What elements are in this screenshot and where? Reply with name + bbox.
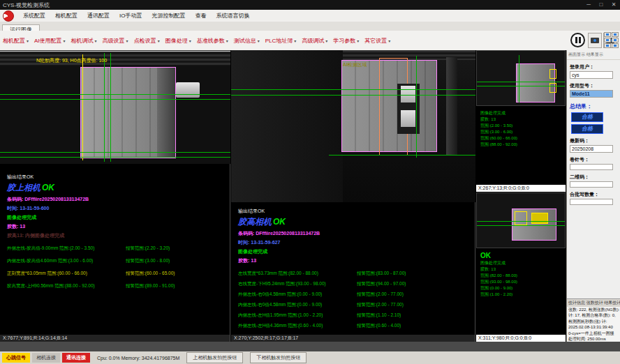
camera-link-status-badge: 相机连接 xyxy=(32,353,60,363)
tool-camera-debug[interactable]: 相机调试▾ xyxy=(71,37,97,45)
toolbar: 相机配置▾ AI使用配置▾ 相机调试▾ 高级设置▾ 点检设置▾ 图像处理▾ 基准… xyxy=(0,31,620,51)
minimize-icon[interactable]: ─ xyxy=(582,0,595,10)
pixel-coordinate-bar: X:7677;Y:891;R:14;G:14;B:14 xyxy=(0,335,230,342)
tool-other-settings[interactable]: 其它设置▾ xyxy=(364,37,390,45)
pause-icon xyxy=(579,37,581,43)
titlebar: CYS-视觉检测系统 ─ □ ✕ xyxy=(0,0,620,10)
chevron-down-icon: ▾ xyxy=(325,38,327,43)
status-badge: OK xyxy=(273,217,286,227)
preview-camera-image-2[interactable] xyxy=(476,192,566,248)
overlay-green-vline xyxy=(519,55,519,103)
overlay-green-vline xyxy=(104,53,105,162)
menu-comm-config[interactable]: 通讯配置 xyxy=(82,12,115,20)
preview-result-text-1: 图像处理完成 胶数: 13 范围:(2.00 - 3.50) 范围:(3.00 … xyxy=(476,106,566,185)
mini-tool-button-4[interactable] xyxy=(612,38,619,43)
chevron-down-icon: ▾ xyxy=(294,38,296,43)
machine-rails xyxy=(0,50,230,66)
measurement-row-warning: 正刻宽度*63.05mm 范围:(60.00 - 66.00)报警范围:(60.… xyxy=(0,271,230,277)
barcode-line: 条码码: DFffiire2025020813313472B xyxy=(7,196,230,203)
tool-test-info[interactable]: 测试信息▾ xyxy=(234,37,260,45)
measurement-row: 左线宽度*63.73mm 范围:(82.00 - 88.00)报警范围:(83.… xyxy=(231,271,475,277)
overlay-green-hline xyxy=(0,157,230,158)
side-info-panel: 画面显示 结果显示 登录用户： cys 使用型号： Mode11 总结果： 合格… xyxy=(566,50,620,342)
camera-result-title: 胶高相机OK xyxy=(238,216,475,228)
measurement-row: 右线宽度-下H95.24mm 范围:(93.00 - 98.00)报警范围:(9… xyxy=(231,281,475,287)
tool-ai-config[interactable]: AI使用配置▾ xyxy=(34,37,66,45)
process-status-line: 图像处理完成 xyxy=(238,248,475,255)
count-line: 胶数: 13 xyxy=(238,257,475,264)
qr-code-label: 二维码： xyxy=(570,174,620,181)
trigger-bottom-camera-button[interactable]: 下相机触发拍照按钮 xyxy=(250,352,307,363)
mini-tool-button-3[interactable] xyxy=(604,38,611,43)
barcode-line: 条码码: DFffiire2025020813313472B xyxy=(238,230,475,237)
left-result-text: 输出结果OK 胶上相机OK 条码码: DFffiire2025020813313… xyxy=(0,164,230,335)
left-camera-panel: N轮胎高度: 93, H0点高度值: 100 输出结果OK 胶上相机OK 条码码… xyxy=(0,50,230,342)
window-controls: ─ □ ✕ xyxy=(582,0,620,10)
menu-language-switch[interactable]: 系统语言切换 xyxy=(211,12,254,20)
measurement-list: 外侧左线-胶高值-9.00mm 范围:(2.00 - 3.50)报警范围:(2.… xyxy=(0,245,230,289)
menu-view[interactable]: 查看 xyxy=(190,12,211,20)
tool-learn-params[interactable]: 学习参数▾ xyxy=(333,37,359,45)
chevron-down-icon: ▾ xyxy=(95,38,97,43)
center-result-text: 输出结果OK 胶高相机OK 条码码: DFffiire2025020813313… xyxy=(231,202,475,335)
maximize-icon[interactable]: □ xyxy=(595,0,607,10)
center-camera-image[interactable]: AI检测区域 xyxy=(231,50,475,202)
batch-count-value xyxy=(570,199,613,205)
camera-capture-top-button[interactable] xyxy=(588,33,602,48)
statistics-header: 统计信息 张数统计 结果统计 xyxy=(567,299,620,307)
trigger-top-camera-button[interactable]: 上相机触发拍照按钮 xyxy=(186,352,243,363)
overlay-green-hline xyxy=(477,82,565,82)
menubar: 系统配置 相机配置 通讯配置 IO手动置 光源控制配置 查看 系统语言切换 xyxy=(0,10,620,22)
pixel-coordinate-bar: X:267;Y:13;R:0;G:0;B:0 xyxy=(476,185,566,192)
close-icon[interactable]: ✕ xyxy=(607,0,620,10)
pause-button[interactable] xyxy=(570,33,585,47)
side-panel-header: 画面显示 结果显示 xyxy=(567,50,620,60)
count-line: 胶数: 13 xyxy=(7,223,230,230)
overlay-green-hline xyxy=(0,99,230,100)
overlay-ai-label: AI检测区域 xyxy=(343,61,367,68)
login-user-label: 登录用户： xyxy=(570,63,620,70)
menu-io-manual[interactable]: IO手动置 xyxy=(115,12,147,20)
menu-camera-config[interactable]: 相机配置 xyxy=(50,12,82,20)
measurement-row: 外侧左线-左H值4.36mm 范围:(0.60 - 4.00)报警范围:(0.6… xyxy=(231,323,475,329)
overlay-yellow-roi xyxy=(515,211,527,225)
mini-tool-button-5[interactable] xyxy=(604,43,611,48)
menu-system-config[interactable]: 系统配置 xyxy=(18,12,50,20)
app-window: CYS-视觉检测系统 ─ □ ✕ 系统配置 相机配置 通讯配置 IO手动置 光源… xyxy=(0,0,620,364)
tool-camera-config[interactable]: 相机配置▾ xyxy=(3,37,29,45)
tool-spot-check[interactable]: 点检设置▾ xyxy=(134,37,160,45)
tool-baseline-params[interactable]: 基准线参数▾ xyxy=(197,37,228,45)
pixel-coordinate-bar: X:270;Y:2502;R:17;G:17;B:17 xyxy=(231,335,475,342)
mini-tool-button-1[interactable] xyxy=(604,32,611,37)
gripper-arm xyxy=(176,82,200,98)
chevron-down-icon: ▾ xyxy=(189,38,191,43)
preview-camera-image-1[interactable] xyxy=(476,50,566,106)
tool-advanced-settings[interactable]: 高级设置▾ xyxy=(103,37,128,45)
center-camera-panel: AI检测区域 输出结果OK 胶高相机OK 条码码: DFffiire202502… xyxy=(231,50,475,342)
mini-tool-button-2[interactable] xyxy=(612,32,619,37)
menu-light-control[interactable]: 光源控制配置 xyxy=(147,12,190,20)
overlay-green-hline xyxy=(329,155,475,156)
left-camera-image[interactable]: N轮胎高度: 93, H0点高度值: 100 xyxy=(0,50,230,164)
mini-tool-button-6[interactable] xyxy=(612,43,619,48)
tool-image-processing[interactable]: 图像处理▾ xyxy=(165,37,191,45)
tool-advanced-debug[interactable]: 高级调试▾ xyxy=(302,37,327,45)
process-status-line: 图像处理完成 xyxy=(7,214,230,221)
statistics-section: 统计信息 张数统计 结果统计 张数: 222, 检测张数(NG数): 计: 17… xyxy=(567,298,620,342)
measurement-row: 外侧左线-右0值4.58mm 范围:(0.00 - 9.00)报警范围:(2.0… xyxy=(231,291,475,298)
chevron-down-icon: ▾ xyxy=(64,38,66,43)
overlay-yellow-roi xyxy=(531,213,548,224)
model-value[interactable]: Mode11 xyxy=(570,90,613,98)
batch-count-label: 合批写数量： xyxy=(570,191,620,198)
overlay-green-hline xyxy=(0,94,230,95)
total-result-label: 总结果： xyxy=(570,103,620,110)
measurement-row: 胶高宽度-上H90.56mm 范围:(88.00 - 92.00)报警范围:(8… xyxy=(0,283,230,289)
status-badge: OK xyxy=(480,252,566,259)
bottom-gap xyxy=(0,342,620,351)
machine-body xyxy=(231,50,343,202)
overlay-yellow-roi xyxy=(549,83,556,93)
tool-plc-address[interactable]: PLC地址簿▾ xyxy=(265,37,297,45)
measurement-row: 内侧左线-右0值4.58mm 范围:(0.00 - 9.00)报警范围:(2.0… xyxy=(231,302,475,308)
highlight-line xyxy=(0,51,230,52)
heartbeat-status-badge: 心跳信号 xyxy=(2,353,30,363)
